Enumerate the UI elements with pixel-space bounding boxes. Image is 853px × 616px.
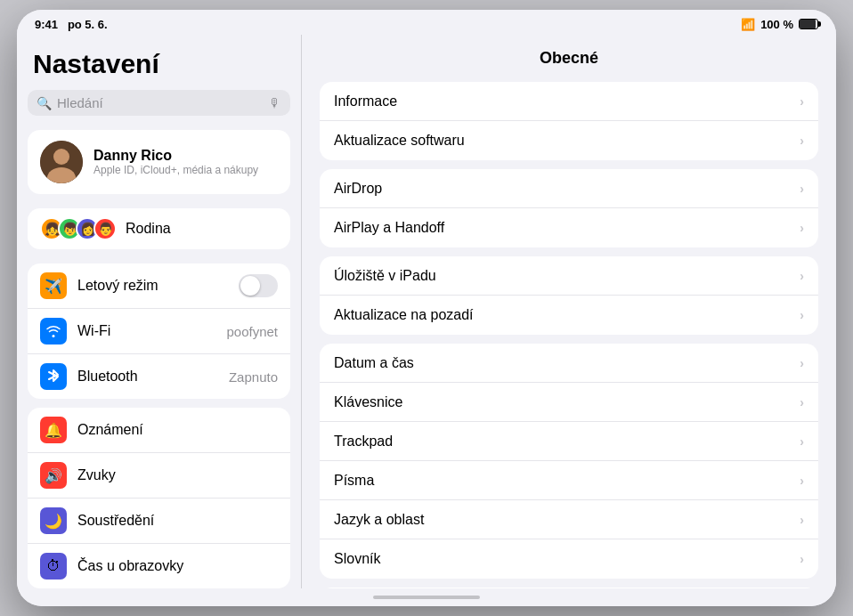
chevron-icon: › — [800, 474, 804, 488]
status-bar: 9:41 po 5. 6. 📶 100 % — [17, 10, 836, 35]
focus-icon: 🌙 — [40, 507, 67, 534]
sidebar-item-focus[interactable]: 🌙 Soustředění — [28, 498, 290, 544]
family-avatars: 👧 👦 👩 👨 — [40, 217, 117, 240]
toggle-knob — [240, 276, 260, 296]
chevron-icon: › — [800, 552, 804, 566]
home-bar — [373, 596, 480, 599]
status-time: 9:41 po 5. 6. — [35, 18, 108, 31]
detail-row-airdrop[interactable]: AirDrop › — [320, 169, 818, 208]
battery-label: 100 % — [760, 18, 793, 31]
chevron-icon: › — [800, 308, 804, 322]
sounds-label: Zvuky — [77, 467, 278, 483]
wifi-label: Wi-Fi — [77, 323, 215, 339]
detail-group-storage: Úložiště v iPadu › Aktualizace na pozadí… — [320, 256, 818, 335]
settings-group-system: 🔔 Oznámení 🔊 Zvuky 🌙 Soustředění ⏱ Čas u… — [28, 408, 290, 588]
trackpad-label: Trackpad — [334, 434, 800, 450]
focus-label: Soustředění — [77, 513, 278, 529]
jazyk-label: Jazyk a oblast — [334, 512, 800, 528]
informace-label: Informace — [334, 93, 800, 109]
user-card[interactable]: Danny Rico Apple ID, iCloud+, média a ná… — [28, 130, 290, 194]
detail-row-aktualizace-sw[interactable]: Aktualizace softwaru › — [320, 121, 818, 160]
chevron-icon: › — [800, 513, 804, 527]
detail-row-pisma[interactable]: Písma › — [320, 461, 818, 500]
wifi-icon: 📶 — [741, 18, 755, 31]
bluetooth-label: Bluetooth — [77, 369, 218, 385]
bluetooth-value: Zapnuto — [229, 369, 278, 385]
detail-row-informace[interactable]: Informace › — [320, 82, 818, 121]
chevron-icon: › — [800, 94, 804, 109]
sidebar-item-screen-time[interactable]: ⏱ Čas u obrazovky — [28, 544, 290, 588]
flight-mode-label: Letový režim — [77, 278, 228, 294]
ipad-frame: 9:41 po 5. 6. 📶 100 % Nastavení 🔍 Hledán… — [17, 10, 836, 606]
home-indicator — [17, 588, 836, 606]
detail-row-slovnik[interactable]: Slovník › — [320, 539, 818, 579]
airplay-label: AirPlay a Handoff — [334, 220, 800, 236]
mic-icon: 🎙 — [269, 96, 281, 110]
family-label: Rodina — [126, 221, 171, 237]
user-avatar — [40, 141, 83, 183]
sidebar-item-sounds[interactable]: 🔊 Zvuky — [28, 453, 290, 498]
sidebar-title: Nastavení — [28, 49, 290, 79]
notifications-icon: 🔔 — [40, 417, 67, 443]
datum-label: Datum a čas — [334, 355, 800, 371]
aktualizace-pozadi-label: Aktualizace na pozadí — [334, 307, 800, 323]
detail-row-klavesnice[interactable]: Klávesnice › — [320, 383, 818, 422]
klavesnice-label: Klávesnice — [334, 394, 800, 410]
wifi-value: poofynet — [226, 324, 278, 339]
flight-mode-icon: ✈️ — [40, 272, 67, 299]
chevron-icon: › — [800, 269, 804, 283]
search-icon: 🔍 — [37, 96, 52, 110]
detail-row-aktualizace-pozadi[interactable]: Aktualizace na pozadí › — [320, 296, 818, 335]
user-info: Danny Rico Apple ID, iCloud+, média a ná… — [93, 148, 258, 176]
svg-point-1 — [53, 149, 69, 165]
detail-row-airplay[interactable]: AirPlay a Handoff › — [320, 208, 818, 247]
airdrop-label: AirDrop — [334, 181, 800, 197]
detail-row-jazyk[interactable]: Jazyk a oblast › — [320, 500, 818, 539]
detail-row-trackpad[interactable]: Trackpad › — [320, 422, 818, 461]
family-avatar: 👨 — [93, 217, 117, 240]
screen-time-icon: ⏱ — [40, 553, 67, 580]
battery-icon — [799, 19, 818, 29]
detail-title: Obecné — [320, 49, 818, 68]
wifi-settings-icon — [40, 318, 67, 344]
search-bar[interactable]: 🔍 Hledání 🎙 — [28, 90, 290, 116]
settings-group-connectivity: ✈️ Letový režim Wi-Fi po — [28, 263, 290, 399]
slovnik-label: Slovník — [334, 551, 800, 567]
family-row[interactable]: 👧 👦 👩 👨 Rodina — [28, 208, 290, 249]
sounds-icon: 🔊 — [40, 462, 67, 489]
uloziste-label: Úložiště v iPadu — [334, 268, 800, 284]
user-name: Danny Rico — [93, 148, 258, 164]
pisma-label: Písma — [334, 473, 800, 489]
chevron-icon: › — [800, 182, 804, 196]
chevron-icon: › — [800, 434, 804, 449]
sidebar-item-notifications[interactable]: 🔔 Oznámení — [28, 408, 290, 453]
user-subtitle: Apple ID, iCloud+, média a nákupy — [93, 164, 258, 176]
detail-panel: Obecné Informace › Aktualizace softwaru … — [302, 35, 836, 588]
detail-group-locale: Datum a čas › Klávesnice › Trackpad › Pí… — [320, 344, 818, 579]
sidebar-item-wifi[interactable]: Wi-Fi poofynet — [28, 309, 290, 354]
chevron-icon: › — [800, 356, 804, 370]
chevron-icon: › — [800, 134, 804, 148]
main-content: Nastavení 🔍 Hledání 🎙 Danny Rico — [17, 35, 836, 588]
chevron-icon: › — [800, 221, 804, 235]
bluetooth-icon — [40, 363, 67, 390]
flight-mode-toggle[interactable] — [239, 274, 278, 297]
screen-time-label: Čas u obrazovky — [77, 558, 278, 574]
notifications-label: Oznámení — [77, 422, 278, 438]
detail-row-datum[interactable]: Datum a čas › — [320, 344, 818, 383]
sidebar-item-bluetooth[interactable]: Bluetooth Zapnuto — [28, 354, 290, 399]
detail-group-airdrop: AirDrop › AirPlay a Handoff › — [320, 169, 818, 247]
detail-group-info: Informace › Aktualizace softwaru › — [320, 82, 818, 160]
detail-row-uloziste[interactable]: Úložiště v iPadu › — [320, 256, 818, 296]
chevron-icon: › — [800, 395, 804, 409]
sidebar: Nastavení 🔍 Hledání 🎙 Danny Rico — [17, 35, 302, 588]
aktualizace-sw-label: Aktualizace softwaru — [334, 133, 800, 149]
status-right: 📶 100 % — [741, 18, 818, 31]
search-placeholder: Hledání — [57, 95, 264, 110]
sidebar-item-flight-mode[interactable]: ✈️ Letový režim — [28, 263, 290, 309]
